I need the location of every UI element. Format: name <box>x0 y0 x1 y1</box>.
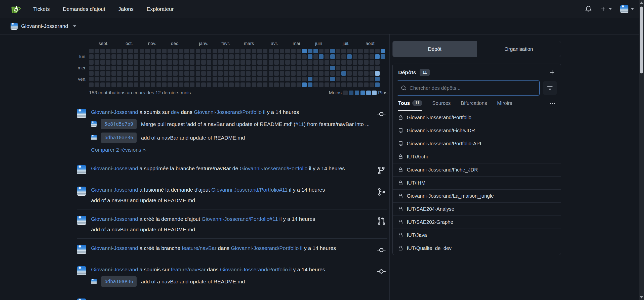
compare-revisions-link[interactable]: Comparer 2 révisions » <box>91 147 146 153</box>
commit-hash-link[interactable]: bdba10ae36 <box>101 133 137 143</box>
heatmap-cell <box>336 71 340 76</box>
repo-list-item[interactable]: Giovanni-Josserand/FicheJDR <box>393 124 561 137</box>
heatmap-cell <box>302 66 307 70</box>
repo-list-item[interactable]: Giovanni-Josserand/Fiche_JDR <box>393 163 561 176</box>
feed-link[interactable]: Giovanni-Josserand/Portfolio <box>194 109 262 115</box>
repo-name: IUT/IHM <box>407 180 425 186</box>
repo-list-item[interactable]: IUT/Qualite_de_dev <box>393 242 561 255</box>
repo-filter-bifurcations[interactable]: Bifurcations <box>461 100 487 111</box>
heatmap-cell <box>269 82 273 87</box>
heatmap-cell <box>336 49 340 53</box>
more-filters-button[interactable] <box>550 101 555 110</box>
heatmap-cell <box>145 77 150 81</box>
heatmap-cell <box>381 82 385 87</box>
heatmap-cell <box>111 60 116 65</box>
nav-link[interactable]: Explorateur <box>147 6 174 12</box>
heatmap-cell <box>184 54 189 59</box>
chevron-down-icon <box>609 8 612 10</box>
notifications-button[interactable] <box>585 6 592 12</box>
feed-link[interactable]: Giovanni-Josserand/Portfolio#11 <box>211 187 288 193</box>
heatmap-cell <box>274 49 279 53</box>
heatmap-cell <box>128 60 133 65</box>
feed-link[interactable]: feature/navBar <box>182 245 217 251</box>
repo-list-item[interactable]: IUT/SAE202-Graphe <box>393 216 561 229</box>
heatmap-cell <box>173 54 178 59</box>
feed-link[interactable]: Giovanni-Josserand <box>91 165 138 171</box>
heatmap-cell <box>308 82 312 87</box>
feed-link[interactable]: Giovanni-Josserand/Portfolio#11 <box>202 216 278 222</box>
heatmap-cell <box>196 77 200 81</box>
feed-link[interactable]: #11 <box>295 121 304 127</box>
heatmap-cell <box>285 82 290 87</box>
commit-hash-link[interactable]: bdba10ae36 <box>101 276 137 287</box>
repo-filter-button[interactable] <box>543 81 557 95</box>
heatmap-cell <box>297 82 301 87</box>
scrollbar-down-arrow-icon[interactable] <box>640 296 643 298</box>
repo-filter-sources[interactable]: Sources <box>432 100 451 111</box>
heatmap-cell <box>274 66 279 70</box>
lock-icon <box>398 181 403 185</box>
heatmap-cell <box>257 66 262 70</box>
heatmap-cell <box>341 60 346 65</box>
legend-square <box>343 91 348 95</box>
feed-link[interactable]: feature/navBar <box>171 267 206 272</box>
nav-link[interactable]: Jalons <box>118 6 134 12</box>
feed-link[interactable]: Giovanni-Josserand/Portfolio <box>231 245 299 251</box>
nav-link[interactable]: Demandes d'ajout <box>63 6 105 12</box>
repo-list-item[interactable]: IUT/Archi <box>393 150 561 163</box>
user-menu-button[interactable] <box>620 5 634 13</box>
repo-list-item[interactable]: Giovanni-Josserand/Portfolio <box>393 111 561 124</box>
heatmap-cell <box>111 71 116 76</box>
feed-link[interactable]: Giovanni-Josserand <box>91 267 138 272</box>
repo-list-item[interactable]: IUT/SAE204-Analyse <box>393 202 561 216</box>
tab-organisation[interactable]: Organisation <box>477 41 561 57</box>
heatmap-cell <box>106 66 110 70</box>
scrollbar-up-arrow-icon[interactable] <box>640 2 643 4</box>
heatmap-month-label: déc. <box>171 41 180 46</box>
heatmap-cell <box>151 66 155 70</box>
heatmap-cell <box>313 60 318 65</box>
feed-link[interactable]: Giovanni-Josserand <box>91 245 138 251</box>
lock-icon <box>398 167 403 172</box>
repo-list-item[interactable]: IUT/IHM <box>393 176 561 189</box>
feed-link[interactable]: Giovanni-Josserand/Portfolio <box>220 267 288 272</box>
heatmap-cell <box>246 66 251 70</box>
repo-filter-miroirs[interactable]: Miroirs <box>497 100 512 111</box>
heatmap-cell <box>235 49 239 53</box>
new-repo-button[interactable] <box>549 69 555 75</box>
heatmap-cell <box>370 77 374 81</box>
feed-link[interactable]: dev <box>171 109 179 115</box>
heatmap-cell <box>240 82 245 87</box>
feed-link[interactable]: Giovanni-Josserand/Portfolio <box>194 299 262 300</box>
page-scrollbar[interactable] <box>639 0 644 300</box>
heatmap-cell <box>347 60 352 65</box>
repo-name: IUT/Java <box>407 232 427 238</box>
scrollbar-thumb[interactable] <box>640 7 643 73</box>
repo-list-item[interactable]: Giovanni-Josserand/La_maison_jungle <box>393 189 561 202</box>
heatmap-cell <box>229 82 234 87</box>
heatmap-cell <box>313 54 318 59</box>
context-switcher[interactable]: Giovanni-Josserand <box>0 18 644 34</box>
heatmap-cell <box>353 66 357 70</box>
heatmap-cell <box>128 77 133 81</box>
heatmap-cell <box>257 54 262 59</box>
feed-link[interactable]: dev <box>171 299 179 300</box>
repo-list: Giovanni-Josserand/PortfolioGiovanni-Jos… <box>393 111 561 255</box>
repo-list-item[interactable]: Giovanni-Josserand/Portfolio-API <box>393 137 561 150</box>
create-new-button[interactable] <box>600 6 612 12</box>
feed-link[interactable]: Giovanni-Josserand <box>91 109 138 115</box>
feed-link[interactable]: Giovanni-Josserand <box>91 187 138 193</box>
gitea-logo-icon[interactable] <box>10 4 21 15</box>
repo-filter-tous[interactable]: Tous11 <box>398 100 422 111</box>
feed-entry: Giovanni-Josserand a supprimée la branch… <box>77 159 387 180</box>
git-merge-icon <box>376 186 386 204</box>
feed-link[interactable]: Giovanni-Josserand <box>91 216 138 222</box>
nav-link[interactable]: Tickets <box>33 6 50 12</box>
feed-link[interactable]: Giovanni-Josserand/Portfolio <box>240 165 308 171</box>
repo-search-input[interactable] <box>410 85 535 91</box>
feed-link[interactable]: Giovanni-Josserand <box>91 299 138 300</box>
repo-list-item[interactable]: IUT/Java <box>393 229 561 242</box>
tab-depot[interactable]: Dépôt <box>393 41 477 57</box>
git-commit-icon <box>376 244 386 254</box>
commit-hash-link[interactable]: 5e8fd5e7b9 <box>101 119 137 129</box>
